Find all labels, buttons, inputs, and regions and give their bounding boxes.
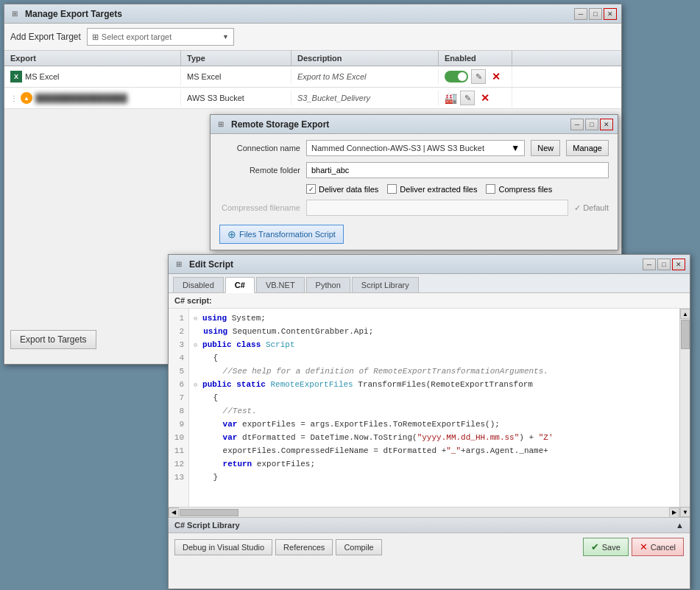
line-num-3: 3: [169, 338, 188, 351]
row1-export-name: MS Excel: [25, 72, 59, 81]
edit-maximize-button[interactable]: □: [657, 259, 671, 270]
edit-minimize-button[interactable]: ─: [643, 259, 656, 270]
deliver-data-checkbox[interactable]: [306, 184, 316, 194]
scroll-left-button[interactable]: ◀: [169, 508, 179, 518]
code-main: 1 2 3 4 5 6 7 8 9 10 11 12 13: [169, 309, 679, 517]
scroll-down-button[interactable]: ▼: [680, 507, 690, 517]
scroll-track-h: [179, 508, 669, 517]
remote-storage-export-window: ⊞ Remote Storage Export ─ □ ✕ Connection…: [210, 114, 618, 250]
tab-disabled[interactable]: Disabled: [173, 277, 224, 292]
code-line-10: var dtFormatted = DateTime.Now.ToString(…: [194, 431, 675, 444]
manage-window-icon: ⊞: [9, 8, 21, 20]
line-num-2: 2: [169, 325, 188, 338]
remote-window-icon: ⊞: [215, 119, 227, 130]
compress-files-checkbox[interactable]: [486, 184, 495, 194]
connection-dropdown-arrow: ▼: [511, 143, 520, 153]
row2-description-cell: S3_Bucket_Delivery: [291, 91, 439, 105]
row1-toggle[interactable]: [445, 71, 468, 82]
compile-button[interactable]: Compile: [336, 539, 381, 555]
excel-icon: X: [10, 71, 22, 82]
connection-dropdown[interactable]: Nammed Connection-AWS-S3 | AWS S3 Bucket…: [306, 140, 525, 156]
col-description: Description: [291, 51, 439, 66]
row1-delete-button[interactable]: ✕: [489, 69, 503, 84]
col-enabled: Enabled: [439, 51, 512, 66]
manage-window-titlebar: ⊞ Manage Export Targets ─ □ ✕: [4, 4, 621, 24]
code-line-9: var exportFiles = args.ExportFiles.ToRem…: [194, 418, 675, 431]
line-num-12: 12: [169, 457, 188, 471]
aws-icon: ▲: [21, 92, 32, 104]
code-line-1: ⊖ using System;: [194, 312, 675, 325]
manage-window-controls: ─ □ ✕: [574, 8, 617, 20]
line-num-7: 7: [169, 391, 188, 404]
save-check-icon: ✔: [591, 541, 599, 552]
vertical-scrollbar[interactable]: ▲ ▼: [679, 309, 690, 517]
minimize-button[interactable]: ─: [574, 8, 587, 20]
compress-files-label: Compress files: [498, 185, 552, 194]
remote-close-button[interactable]: ✕: [600, 119, 613, 130]
edit-window-icon: ⊞: [173, 259, 185, 270]
row2-delete-icon: ✕: [481, 92, 489, 104]
tab-csharp[interactable]: C#: [225, 277, 255, 293]
transform-script-button[interactable]: ⊕ Files Transformation Script: [219, 225, 344, 244]
transform-icon: ⊕: [227, 228, 236, 240]
row2-enabled-cell: 🏭 ✎ ✕: [439, 88, 512, 108]
manage-connection-button[interactable]: Manage: [566, 140, 609, 156]
scroll-track-v: [680, 319, 690, 507]
dropdown-arrow-icon: ▼: [222, 33, 229, 41]
scroll-right-button[interactable]: ▶: [669, 508, 679, 518]
code-line-3: ⊖ public class Script: [194, 338, 675, 351]
row2-factory-icon: 🏭: [445, 92, 457, 104]
close-button[interactable]: ✕: [604, 8, 617, 20]
scroll-up-button[interactable]: ▲: [680, 309, 690, 319]
debug-visual-studio-button[interactable]: Debug in Visual Studio: [174, 539, 272, 555]
row2-edit-button[interactable]: ✎: [460, 91, 475, 105]
connection-row: Connection name Nammed Connection-AWS-S3…: [219, 140, 609, 156]
tab-script-library[interactable]: Script Library: [352, 277, 419, 292]
export-to-targets-button[interactable]: Export to Targets: [10, 330, 96, 349]
horizontal-scrollbar[interactable]: ◀ ▶: [169, 507, 679, 517]
remote-window-title: Remote Storage Export: [231, 119, 566, 130]
edit-close-button[interactable]: ✕: [672, 259, 685, 270]
tab-python[interactable]: Python: [306, 277, 350, 292]
references-button[interactable]: References: [275, 539, 333, 555]
code-lines[interactable]: ⊖ using System; using Sequentum.ContentG…: [189, 309, 679, 507]
remote-window-controls: ─ □ ✕: [570, 119, 613, 130]
row2-delete-button[interactable]: ✕: [478, 91, 492, 105]
row1-delete-icon: ✕: [492, 71, 501, 82]
row2-export-name: ████████████████: [35, 94, 127, 102]
col-export: Export: [4, 51, 181, 66]
edit-window-controls: ─ □ ✕: [643, 259, 685, 270]
compress-files-checkbox-item: Compress files: [486, 184, 552, 194]
remote-maximize-button[interactable]: □: [585, 119, 598, 130]
remote-minimize-button[interactable]: ─: [570, 119, 584, 130]
select-export-target-dropdown[interactable]: ⊞ Select export target ▼: [87, 28, 234, 46]
remote-window-titlebar: ⊞ Remote Storage Export ─ □ ✕: [211, 115, 618, 134]
remote-folder-input[interactable]: [306, 162, 609, 178]
new-connection-button[interactable]: New: [531, 140, 560, 156]
code-line-4: {: [194, 351, 675, 365]
remote-folder-label: Remote folder: [219, 166, 300, 175]
add-target-toolbar: Add Export Target ⊞ Select export target…: [4, 24, 621, 51]
deliver-extracted-checkbox[interactable]: [387, 184, 397, 194]
code-line-5: //See help for a definition of RemoteExp…: [194, 365, 675, 378]
row1-edit-button[interactable]: ✎: [471, 69, 486, 84]
line-num-13: 13: [169, 471, 188, 484]
deliver-extracted-label: Deliver extracted files: [400, 185, 477, 194]
cancel-button[interactable]: ✕ Cancel: [632, 538, 684, 556]
default-check-label: ✓ Default: [574, 203, 609, 213]
collapse-icon: ▲: [676, 521, 684, 530]
line-num-9: 9: [169, 418, 188, 431]
cancel-label: Cancel: [651, 543, 676, 552]
compressed-filename-label: Compressed filename: [219, 203, 300, 212]
select-dropdown-text: Select export target: [102, 32, 219, 41]
code-editor-area: 1 2 3 4 5 6 7 8 9 10 11 12 13: [169, 309, 690, 517]
maximize-button[interactable]: □: [589, 8, 602, 20]
scroll-thumb-h[interactable]: [180, 509, 238, 516]
edit-window-title: Edit Script: [189, 259, 638, 270]
scroll-thumb-v[interactable]: [681, 320, 690, 349]
tab-vbnet[interactable]: VB.NET: [256, 277, 305, 292]
cancel-x-icon: ✕: [640, 541, 648, 552]
row1-enabled-cell: ✎ ✕: [439, 66, 512, 87]
save-button[interactable]: ✔ Save: [583, 538, 629, 556]
table-row: ⋮ ▲ ████████████████ AWS S3 Bucket S3_Bu…: [4, 88, 621, 109]
